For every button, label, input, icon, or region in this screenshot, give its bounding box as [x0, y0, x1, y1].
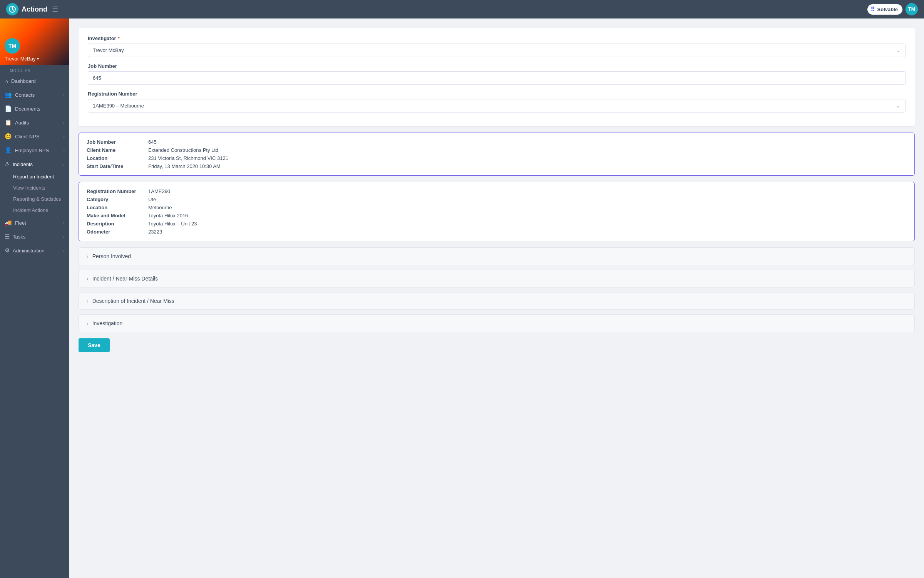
sidebar-item-label: Audits: [15, 120, 29, 126]
sidebar-username-text: Trevor McBay: [5, 56, 35, 62]
vehicle-make-model-row: Make and Model Toyota Hilux 2016: [87, 213, 907, 218]
audits-icon: 📋: [5, 119, 12, 126]
sidebar-item-client-nps[interactable]: 😊 Client NPS ›: [0, 129, 69, 143]
sidebar-item-audits[interactable]: 📋 Audits ›: [0, 116, 69, 129]
contacts-icon: 👥: [5, 91, 12, 98]
location-key: Location: [87, 155, 148, 161]
sidebar-item-dashboard[interactable]: ⌂ Dashboard: [0, 74, 69, 88]
incident-near-miss-section[interactable]: › Incident / Near Miss Details: [79, 270, 915, 287]
tasks-icon: ☰: [5, 233, 10, 240]
vehicle-category-row: Category Ute: [87, 197, 907, 202]
form-actions: Save: [79, 338, 915, 352]
vehicle-odometer-key: Odometer: [87, 229, 148, 235]
location-val: 231 Victoria St, Richmond VIC 3121: [148, 155, 228, 161]
administration-chevron: ›: [63, 248, 65, 253]
job-number-row: Job Number 645: [87, 139, 907, 145]
client-name-val: Extended Constructions Pty Ltd: [148, 147, 218, 153]
employee-nps-icon: 👤: [5, 147, 12, 154]
sidebar-item-label: Incidents: [13, 161, 33, 167]
save-button[interactable]: Save: [79, 338, 110, 352]
vehicle-location-key: Location: [87, 205, 148, 210]
sidebar-item-administration[interactable]: ⚙ Administration ›: [0, 244, 69, 257]
sidebar: TM Trevor McBay ▾ — MODULES ⌂ Dashboard …: [0, 18, 69, 578]
investigation-chevron: ›: [87, 320, 89, 326]
hamburger-menu[interactable]: ☰: [52, 5, 58, 13]
client-nps-chevron: ›: [63, 134, 65, 139]
solvable-icon: ⠿: [870, 6, 875, 13]
job-number-key: Job Number: [87, 139, 148, 145]
sidebar-item-label: Contacts: [15, 92, 35, 98]
fleet-icon: 🚚: [5, 219, 12, 226]
fleet-chevron: ›: [63, 220, 65, 225]
investigation-label: Investigation: [92, 320, 123, 326]
start-date-key: Start Date/Time: [87, 163, 148, 169]
sidebar-sub-item-incident-actions[interactable]: Incident Actions: [0, 205, 69, 216]
vehicle-location-row: Location Melbourne: [87, 205, 907, 210]
incident-near-miss-label: Incident / Near Miss Details: [92, 276, 158, 282]
person-involved-label: Person Involved: [92, 253, 131, 259]
required-star: *: [118, 35, 120, 41]
main-content: Investigator * Trevor McBay ⌄ Job Number…: [69, 18, 924, 578]
vehicle-info-card: Registration Number 1AME390 Category Ute…: [79, 182, 915, 241]
sidebar-username[interactable]: Trevor McBay ▾: [5, 56, 39, 62]
vehicle-description-row: Description Toyota Hilux – Unit 23: [87, 221, 907, 227]
registration-value: 1AME390 – Melbourne: [93, 103, 144, 109]
job-number-label: Job Number: [88, 63, 906, 69]
sidebar-item-incidents[interactable]: ⚠ Incidents ⌄: [0, 157, 69, 171]
investigator-field: Investigator * Trevor McBay ⌄: [88, 35, 906, 57]
sidebar-item-fleet[interactable]: 🚚 Fleet ›: [0, 216, 69, 230]
vehicle-odometer-val: 23223: [148, 229, 162, 235]
investigator-select[interactable]: Trevor McBay ⌄: [88, 44, 906, 57]
vehicle-registration-key: Registration Number: [87, 188, 148, 194]
sidebar-item-label: Administration: [13, 248, 44, 254]
vehicle-make-model-val: Toyota Hilux 2016: [148, 213, 188, 218]
sidebar-item-employee-nps[interactable]: 👤 Employee NPS ›: [0, 143, 69, 157]
location-row: Location 231 Victoria St, Richmond VIC 3…: [87, 155, 907, 161]
job-number-input[interactable]: [88, 71, 906, 85]
user-avatar-top[interactable]: TM: [906, 3, 918, 15]
investigator-section: Investigator * Trevor McBay ⌄ Job Number…: [79, 28, 915, 126]
registration-number-field: Registration Number 1AME390 – Melbourne …: [88, 91, 906, 113]
description-incident-chevron: ›: [87, 298, 89, 304]
start-date-row: Start Date/Time Friday, 13 March 2020 10…: [87, 163, 907, 169]
vehicle-make-model-key: Make and Model: [87, 213, 148, 218]
investigation-section[interactable]: › Investigation: [79, 314, 915, 332]
person-involved-section[interactable]: › Person Involved: [79, 247, 915, 265]
documents-icon: 📄: [5, 105, 12, 112]
sidebar-item-label: Client NPS: [15, 134, 40, 139]
sidebar-item-label: Dashboard: [11, 78, 36, 84]
audits-chevron: ›: [63, 120, 65, 125]
tasks-chevron: ›: [63, 234, 65, 239]
job-number-val: 645: [148, 139, 157, 145]
description-incident-section[interactable]: › Description of Incident / Near Miss: [79, 292, 915, 310]
solvable-brand-badge: ⠿ Solvable: [867, 4, 902, 15]
sidebar-item-tasks[interactable]: ☰ Tasks ›: [0, 230, 69, 244]
incidents-icon: ⚠: [5, 161, 10, 168]
client-name-key: Client Name: [87, 147, 148, 153]
vehicle-category-key: Category: [87, 197, 148, 202]
sidebar-item-contacts[interactable]: 👥 Contacts ›: [0, 88, 69, 102]
contacts-chevron: ›: [63, 92, 65, 97]
top-nav-right: ⠿ Solvable TM: [867, 3, 918, 15]
sidebar-user-content: TM Trevor McBay ▾: [0, 18, 69, 65]
job-info-card: Job Number 645 Client Name Extended Cons…: [79, 133, 915, 176]
sidebar-avatar: TM: [5, 38, 20, 54]
vehicle-registration-row: Registration Number 1AME390: [87, 188, 907, 194]
sidebar-sub-item-view-incidents[interactable]: View Incidents: [0, 182, 69, 193]
app-logo-icon: [6, 3, 18, 15]
logo-wrap: Actiond: [6, 3, 47, 15]
sidebar-item-documents[interactable]: 📄 Documents: [0, 102, 69, 116]
description-incident-label: Description of Incident / Near Miss: [92, 298, 174, 304]
sidebar-user-section: TM Trevor McBay ▾: [0, 18, 69, 65]
sidebar-sub-item-report-incident[interactable]: Report an Incident: [0, 171, 69, 182]
top-nav-left: Actiond ☰: [6, 3, 58, 15]
app-logo-text: Actiond: [22, 5, 47, 13]
registration-select[interactable]: 1AME390 – Melbourne ⌄: [88, 99, 906, 113]
client-name-row: Client Name Extended Constructions Pty L…: [87, 147, 907, 153]
solvable-brand-name: Solvable: [877, 7, 898, 12]
vehicle-description-val: Toyota Hilux – Unit 23: [148, 221, 197, 227]
sidebar-sub-item-reporting-statistics[interactable]: Reporting & Statistics: [0, 193, 69, 205]
incidents-chevron: ⌄: [61, 162, 65, 167]
dashboard-icon: ⌂: [5, 78, 8, 84]
sidebar-item-label: Fleet: [15, 220, 26, 226]
